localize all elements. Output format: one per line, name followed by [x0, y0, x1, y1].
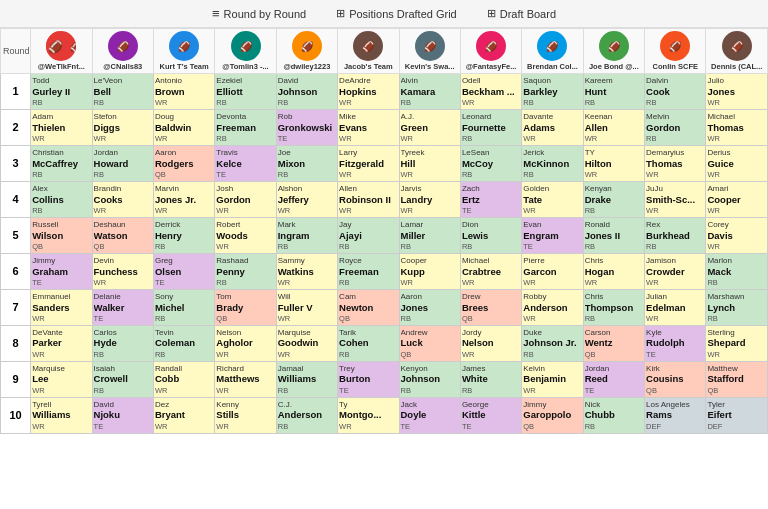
pick-cell[interactable]: JimmyGrahamTE	[31, 253, 92, 289]
pick-cell[interactable]: KeenanAllenWR	[583, 109, 644, 145]
pick-cell[interactable]: MichaelCrabtreeWR	[460, 253, 521, 289]
pick-cell[interactable]: KenyanDrakeRB	[583, 181, 644, 217]
pick-cell[interactable]: A.J.GreenWR	[399, 109, 460, 145]
pick-cell[interactable]: JordanReedTE	[583, 361, 644, 397]
pick-cell[interactable]: OdellBeckham ...WR	[460, 74, 521, 110]
pick-cell[interactable]: AntonioBrownWR	[153, 74, 214, 110]
pick-cell[interactable]: ZachErtzTE	[460, 181, 521, 217]
pick-cell[interactable]: JackDoyleTE	[399, 397, 460, 433]
pick-cell[interactable]: TyreekHillWR	[399, 145, 460, 181]
pick-cell[interactable]: CarlosHydeRB	[92, 325, 153, 361]
pick-cell[interactable]: JordyNelsonWR	[460, 325, 521, 361]
pick-cell[interactable]: GoldenTateWR	[522, 181, 583, 217]
pick-cell[interactable]: TarikCohenRB	[338, 325, 399, 361]
pick-cell[interactable]: EvanEngramTE	[522, 217, 583, 253]
pick-cell[interactable]: AlexCollinsRB	[31, 181, 92, 217]
pick-cell[interactable]: MarvinJones Jr.WR	[153, 181, 214, 217]
pick-cell[interactable]: DavidNjokuTE	[92, 397, 153, 433]
pick-cell[interactable]: ChrisHoganWR	[583, 253, 644, 289]
pick-cell[interactable]: TYHiltonWR	[583, 145, 644, 181]
pick-cell[interactable]: KyleRudolphTE	[645, 325, 706, 361]
pick-cell[interactable]: KenyonJohnsonRB	[399, 361, 460, 397]
pick-cell[interactable]: JuJuSmith-Sc...WR	[645, 181, 706, 217]
pick-cell[interactable]: MichaelThomasWR	[706, 109, 768, 145]
pick-cell[interactable]: RichardMatthewsWR	[215, 361, 276, 397]
pick-cell[interactable]: CarsonWentzQB	[583, 325, 644, 361]
pick-cell[interactable]: JamaalWilliamsRB	[276, 361, 337, 397]
pick-cell[interactable]: EzekielElliottRB	[215, 74, 276, 110]
pick-cell[interactable]: DemaryiusThomasWR	[645, 145, 706, 181]
pick-cell[interactable]: JayAjayiRB	[338, 217, 399, 253]
pick-cell[interactable]: LeSeanMcCoyRB	[460, 145, 521, 181]
pick-cell[interactable]: Le'VeonBellRB	[92, 74, 153, 110]
pick-cell[interactable]: AaronRodgersQB	[153, 145, 214, 181]
pick-cell[interactable]: PierreGarconWR	[522, 253, 583, 289]
pick-cell[interactable]: MikeEvansWR	[338, 109, 399, 145]
pick-cell[interactable]: TomBradyQB	[215, 289, 276, 325]
pick-cell[interactable]: DeriusGuiceWR	[706, 145, 768, 181]
pick-cell[interactable]: LarryFitzgeraldWR	[338, 145, 399, 181]
pick-cell[interactable]: JimmyGaroppoloQB	[522, 397, 583, 433]
pick-cell[interactable]: EmmanuelSandersWR	[31, 289, 92, 325]
pick-cell[interactable]: TevinColemanRB	[153, 325, 214, 361]
pick-cell[interactable]: TravisKelceTE	[215, 145, 276, 181]
pick-cell[interactable]: DezBryantWR	[153, 397, 214, 433]
pick-cell[interactable]: DevinFunchessWR	[92, 253, 153, 289]
pick-cell[interactable]: AllenRobinson IIWR	[338, 181, 399, 217]
pick-cell[interactable]: ToddGurley IIRB	[31, 74, 92, 110]
pick-cell[interactable]: JamesWhiteRB	[460, 361, 521, 397]
pick-cell[interactable]: RobertWoodsWR	[215, 217, 276, 253]
pick-cell[interactable]: JamisonCrowderWR	[645, 253, 706, 289]
pick-cell[interactable]: JordanHowardRB	[92, 145, 153, 181]
tab-positions-drafted[interactable]: ⊞ Positions Drafted Grid	[336, 7, 457, 20]
pick-cell[interactable]: Los AngelesRamsDEF	[645, 397, 706, 433]
pick-cell[interactable]: GregOlsenTE	[153, 253, 214, 289]
pick-cell[interactable]: KareemHuntRB	[583, 74, 644, 110]
pick-cell[interactable]: WillFuller VWR	[276, 289, 337, 325]
pick-cell[interactable]: DeAndreHopkinsWR	[338, 74, 399, 110]
pick-cell[interactable]: ChrisThompsonRB	[583, 289, 644, 325]
pick-cell[interactable]: BrandinCooksWR	[92, 181, 153, 217]
pick-cell[interactable]: GeorgeKittleTE	[460, 397, 521, 433]
pick-cell[interactable]: SterlingShepardWR	[706, 325, 768, 361]
pick-cell[interactable]: CamNewtonQB	[338, 289, 399, 325]
pick-cell[interactable]: MarkIngramRB	[276, 217, 337, 253]
pick-cell[interactable]: SonyMichelRB	[153, 289, 214, 325]
pick-cell[interactable]: TreyBurtonTE	[338, 361, 399, 397]
pick-cell[interactable]: JulioJonesWR	[706, 74, 768, 110]
pick-cell[interactable]: DelanieWalkerTE	[92, 289, 153, 325]
pick-cell[interactable]: JoeMixonRB	[276, 145, 337, 181]
pick-cell[interactable]: IsaiahCrowellRB	[92, 361, 153, 397]
pick-cell[interactable]: SaquonBarkleyRB	[522, 74, 583, 110]
pick-cell[interactable]: RashaadPennyRB	[215, 253, 276, 289]
pick-cell[interactable]: KirkCousinsQB	[645, 361, 706, 397]
pick-cell[interactable]: TyrellWilliamsWR	[31, 397, 92, 433]
pick-cell[interactable]: DerrickHenryRB	[153, 217, 214, 253]
pick-cell[interactable]: CooperKuppWR	[399, 253, 460, 289]
pick-cell[interactable]: StefonDiggsWR	[92, 109, 153, 145]
pick-cell[interactable]: C.J.AndersonRB	[276, 397, 337, 433]
pick-cell[interactable]: NickChubbRB	[583, 397, 644, 433]
pick-cell[interactable]: RobbyAndersonWR	[522, 289, 583, 325]
pick-cell[interactable]: MarshawnLynchRB	[706, 289, 768, 325]
pick-cell[interactable]: AdamThielenWR	[31, 109, 92, 145]
pick-cell[interactable]: CoreyDavisWR	[706, 217, 768, 253]
pick-cell[interactable]: RexBurkheadRB	[645, 217, 706, 253]
pick-cell[interactable]: SammyWatkinsWR	[276, 253, 337, 289]
pick-cell[interactable]: DukeJohnson Jr.RB	[522, 325, 583, 361]
pick-cell[interactable]: KelvinBenjaminWR	[522, 361, 583, 397]
tab-draft-board[interactable]: ⊞ Draft Board	[487, 7, 556, 20]
pick-cell[interactable]: RandallCobbWR	[153, 361, 214, 397]
pick-cell[interactable]: RobGronkowskiTE	[276, 109, 337, 145]
pick-cell[interactable]: AlvinKamaraRB	[399, 74, 460, 110]
pick-cell[interactable]: MarquiseLeeWR	[31, 361, 92, 397]
pick-cell[interactable]: LamarMillerRB	[399, 217, 460, 253]
pick-cell[interactable]: AndrewLuckQB	[399, 325, 460, 361]
pick-cell[interactable]: TyMontgo...WR	[338, 397, 399, 433]
pick-cell[interactable]: NelsonAgholorWR	[215, 325, 276, 361]
pick-cell[interactable]: JoshGordonWR	[215, 181, 276, 217]
pick-cell[interactable]: KennyStillsWR	[215, 397, 276, 433]
tab-round-by-round[interactable]: ≡ Round by Round	[212, 6, 306, 21]
pick-cell[interactable]: DionLewisRB	[460, 217, 521, 253]
pick-cell[interactable]: DrewBreesQB	[460, 289, 521, 325]
